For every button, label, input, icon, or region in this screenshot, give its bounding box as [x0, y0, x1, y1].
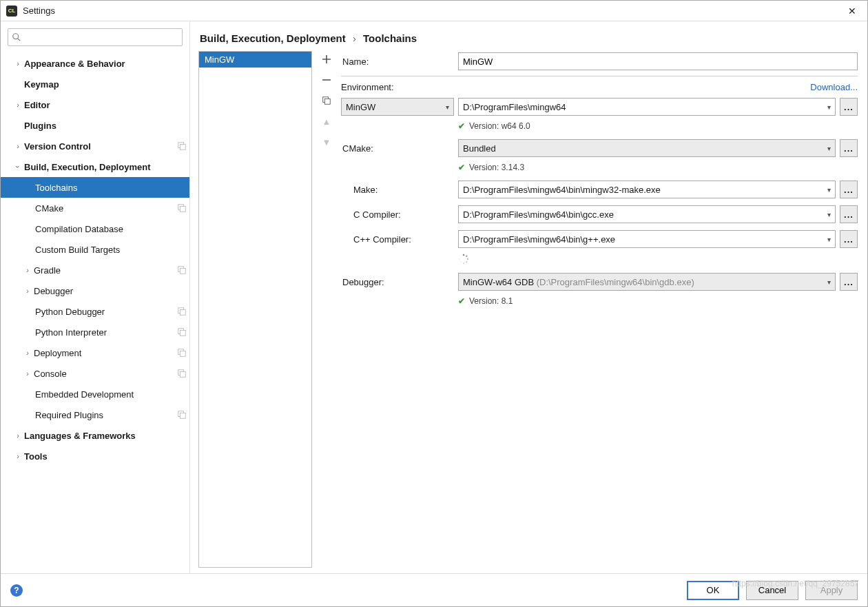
cxx-label: C++ Compiler:	[341, 234, 458, 245]
tree-langfw[interactable]: ›Languages & Frameworks	[1, 425, 189, 446]
svg-point-25	[460, 261, 462, 263]
check-icon: ✔	[458, 121, 465, 131]
remove-icon[interactable]	[320, 73, 333, 87]
copy-icon[interactable]	[320, 94, 333, 107]
app-icon	[6, 6, 17, 17]
chevron-down-icon: ▾	[827, 186, 831, 194]
make-select[interactable]: D:\ProgramFiles\mingw64\bin\mingw32-make…	[458, 181, 836, 198]
browse-button[interactable]: ...	[840, 230, 858, 248]
browse-button[interactable]: ...	[840, 205, 858, 223]
svg-rect-15	[180, 371, 185, 377]
toolchain-form: Name: Environment: Download... MinGW▾	[341, 51, 860, 568]
project-icon	[177, 327, 187, 337]
tree-pydbg[interactable]: Python Debugger	[1, 301, 189, 322]
tree-compdb[interactable]: Compilation Database	[1, 218, 189, 239]
toolchain-list[interactable]: MinGW	[198, 51, 312, 568]
breadcrumb: Build, Execution, Deployment › Toolchain…	[200, 32, 860, 44]
svg-point-0	[13, 34, 19, 39]
browse-button[interactable]: ...	[840, 273, 858, 291]
tree-tools[interactable]: ›Tools	[1, 446, 189, 466]
breadcrumb-root[interactable]: Build, Execution, Deployment	[200, 32, 346, 44]
add-icon[interactable]	[320, 52, 333, 66]
check-icon: ✔	[458, 163, 465, 172]
tree-bed[interactable]: ›Build, Execution, Deployment	[1, 156, 189, 177]
tree-reqplug[interactable]: Required Plugins	[1, 404, 189, 425]
cc-select[interactable]: D:\ProgramFiles\mingw64\bin\gcc.exe▾	[458, 205, 836, 223]
cmake-select[interactable]: Bundled▾	[458, 139, 836, 157]
tree-debugger[interactable]: ›Debugger	[1, 280, 189, 301]
svg-rect-11	[180, 330, 185, 336]
window-title: Settings	[23, 6, 843, 16]
tree-console[interactable]: ›Console	[1, 363, 189, 384]
help-icon[interactable]: ?	[10, 584, 23, 597]
tree-vcs[interactable]: ›Version Control	[1, 136, 189, 156]
env-label: Environment:	[341, 82, 394, 92]
svg-point-20	[463, 254, 465, 256]
chevron-down-icon: ▾	[827, 103, 831, 111]
spinner-icon	[458, 254, 469, 265]
svg-rect-9	[180, 309, 185, 315]
chevron-down-icon: ▾	[827, 145, 831, 152]
chevron-down-icon: ▾	[827, 211, 831, 218]
tree-pyint[interactable]: Python Interpreter	[1, 322, 189, 342]
cc-label: C Compiler:	[341, 209, 458, 220]
dbg-version: Version: 8.1	[469, 296, 513, 306]
svg-rect-17	[180, 413, 185, 418]
svg-rect-7	[180, 268, 185, 274]
tree-cbt[interactable]: Custom Build Targets	[1, 239, 189, 260]
breadcrumb-leaf: Toolchains	[363, 32, 417, 44]
move-up-icon: ▲	[320, 114, 333, 128]
tree-embdev[interactable]: Embedded Development	[1, 384, 189, 404]
cxx-select[interactable]: D:\ProgramFiles\mingw64\bin\g++.exe▾	[458, 230, 836, 248]
chevron-right-icon: ›	[353, 32, 356, 44]
check-icon: ✔	[458, 296, 465, 306]
tree-cmake[interactable]: CMake	[1, 198, 189, 218]
svg-point-26	[459, 258, 460, 260]
project-icon	[177, 307, 187, 316]
svg-point-23	[466, 261, 467, 263]
search-icon	[12, 32, 21, 42]
search-input-wrap[interactable]	[8, 28, 183, 46]
project-icon	[177, 348, 187, 358]
make-label: Make:	[341, 185, 458, 195]
svg-rect-19	[324, 99, 330, 104]
dbg-label: Debugger:	[341, 277, 458, 287]
chevron-down-icon: ▾	[446, 103, 449, 111]
svg-rect-3	[180, 144, 185, 150]
tree-editor[interactable]: ›Editor	[1, 94, 189, 115]
tree-toolchains[interactable]: Toolchains	[1, 177, 189, 198]
list-item[interactable]: MinGW	[199, 52, 311, 68]
debugger-select[interactable]: MinGW-w64 GDB (D:\ProgramFiles\mingw64\b…	[458, 273, 836, 291]
tree-deploy[interactable]: ›Deployment	[1, 342, 189, 363]
download-link[interactable]: Download...	[810, 82, 858, 92]
project-icon	[177, 141, 187, 151]
chevron-down-icon: ▾	[827, 236, 831, 243]
apply-button: Apply	[805, 581, 858, 600]
svg-line-1	[18, 39, 21, 41]
cmake-label: CMake:	[341, 143, 458, 154]
search-input[interactable]	[23, 30, 178, 42]
svg-rect-5	[180, 206, 185, 212]
cancel-button[interactable]: Cancel	[746, 581, 798, 600]
project-icon	[177, 265, 187, 275]
env-path-select[interactable]: D:\ProgramFiles\mingw64▾	[458, 98, 836, 116]
ok-button[interactable]: OK	[687, 581, 739, 600]
settings-tree: ›Appearance & Behavior Keymap ›Editor Pl…	[1, 52, 189, 573]
browse-button[interactable]: ...	[840, 139, 858, 157]
browse-button[interactable]: ...	[840, 98, 858, 116]
tree-gradle[interactable]: ›Gradle	[1, 260, 189, 280]
list-toolbar: ▲ ▼	[318, 51, 335, 568]
env-type-select[interactable]: MinGW▾	[341, 98, 454, 116]
svg-rect-13	[180, 351, 185, 356]
svg-point-22	[467, 258, 468, 260]
move-down-icon: ▼	[320, 135, 333, 149]
close-icon[interactable]: ✕	[843, 6, 862, 17]
tree-plugins[interactable]: Plugins	[1, 115, 189, 136]
svg-point-21	[466, 256, 467, 257]
tree-appearance[interactable]: ›Appearance & Behavior	[1, 53, 189, 74]
browse-button[interactable]: ...	[840, 181, 858, 198]
tree-keymap[interactable]: Keymap	[1, 74, 189, 94]
cmake-version: Version: 3.14.3	[469, 163, 524, 172]
name-input[interactable]	[458, 52, 858, 70]
project-icon	[177, 410, 187, 420]
